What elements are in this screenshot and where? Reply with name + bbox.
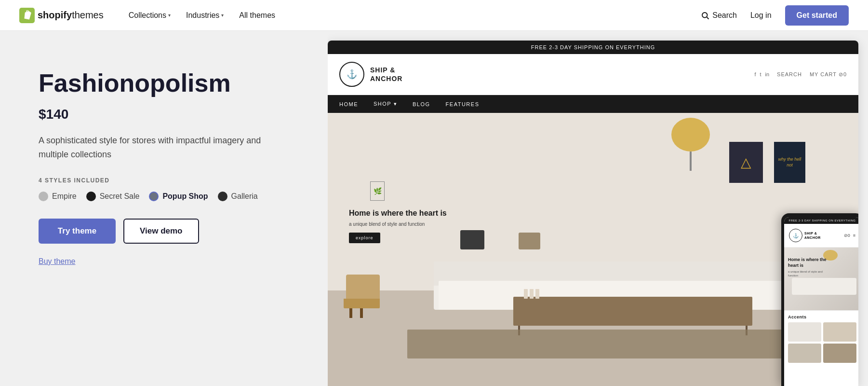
view-demo-button[interactable]: View demo xyxy=(123,219,199,244)
left-panel: Fashionopolism $140 A sophisticated styl… xyxy=(0,31,328,386)
preview-announcement-bar: FREE 2-3 DAY SHIPPING ON EVERYTHING xyxy=(328,41,858,54)
style-dot-galleria xyxy=(218,192,227,201)
style-label-secret-sale: Secret Sale xyxy=(100,192,140,201)
navbar-right: Search Log in Get started xyxy=(701,5,849,26)
chevron-down-icon: ▾ xyxy=(221,13,224,18)
mobile-accents-section: Accents xyxy=(784,310,858,367)
mobile-logo-area: ⚓ SHIP & ANCHOR xyxy=(789,229,821,242)
preview-social-icons: f t in xyxy=(754,71,769,77)
btn-group: Try theme View demo xyxy=(39,219,299,244)
pillow-2 xyxy=(519,233,540,249)
shopify-logo-icon xyxy=(19,8,35,23)
svg-point-1 xyxy=(702,13,708,18)
lamp xyxy=(671,118,710,171)
buy-theme-link[interactable]: Buy theme xyxy=(39,257,299,266)
lamp-body xyxy=(690,152,692,171)
mobile-grid-item-4 xyxy=(823,344,856,363)
style-option-galleria[interactable]: Galleria xyxy=(218,192,258,201)
mobile-hero-title: Home is where the heart is xyxy=(788,257,831,268)
logo-text: shopifythemes xyxy=(38,10,104,21)
preview-explore-button: explore xyxy=(349,233,380,243)
preview-hero: why the hell not 🌿 xyxy=(328,113,858,386)
mobile-cart-icon: ⊘0 xyxy=(844,233,850,238)
style-option-empire[interactable]: Empire xyxy=(39,192,77,201)
mobile-hero: Home is where the heart is a unique blen… xyxy=(784,248,858,310)
preview-hero-title: Home is where the heart is xyxy=(349,208,447,219)
industries-nav-link[interactable]: Industries ▾ xyxy=(180,7,229,24)
chair-leg-right xyxy=(360,308,363,318)
style-label-popup-shop: Popup Shop xyxy=(162,192,208,201)
mobile-accents-title: Accents xyxy=(788,315,856,319)
pillow-1 xyxy=(460,230,484,249)
navbar-links: Collections ▾ Industries ▾ All themes xyxy=(123,7,701,24)
room-scene: why the hell not 🌿 xyxy=(328,113,858,386)
svg-line-2 xyxy=(707,17,709,19)
chair xyxy=(344,275,382,318)
preview-header-right: f t in SEARCH MY CART ⊘0 xyxy=(754,71,847,78)
theme-description: A sophisticated style for stores with im… xyxy=(39,134,289,162)
facebook-icon: f xyxy=(754,71,756,77)
wall-decor: 🌿 xyxy=(370,181,385,201)
mobile-grid-item-2 xyxy=(823,322,856,342)
style-label-galleria: Galleria xyxy=(231,192,258,201)
preview-brand-name: SHIP & ANCHOR xyxy=(370,66,402,83)
styles-label: 4 STYLES INCLUDED xyxy=(39,177,299,184)
preview-cart-text: MY CART ⊘0 xyxy=(810,71,847,78)
mobile-brand-name: SHIP & ANCHOR xyxy=(804,231,821,240)
mobile-logo-circle: ⚓ xyxy=(789,229,802,242)
logo[interactable]: shopifythemes xyxy=(19,8,104,23)
coffee-table xyxy=(513,297,752,326)
style-options: Empire Secret Sale Popup Shop Galleria xyxy=(39,192,299,201)
login-button[interactable]: Log in xyxy=(745,7,777,24)
mobile-screen: FREE 2-3 DAY SHIPPING ON EVERYTHING ⚓ SH… xyxy=(784,217,858,386)
preview-logo-circle: ⚓ xyxy=(339,62,364,87)
preview-logo-area: ⚓ SHIP & ANCHOR xyxy=(339,62,402,87)
chair-seat xyxy=(344,299,380,308)
lamp-shade xyxy=(671,118,710,152)
search-button[interactable]: Search xyxy=(701,11,737,20)
preview-nav-blog: BLOG xyxy=(413,101,430,107)
style-option-popup-shop[interactable]: Popup Shop xyxy=(149,192,208,201)
candles xyxy=(524,289,539,299)
theme-title: Fashionopolism xyxy=(39,69,299,97)
mobile-grid-item-1 xyxy=(788,322,821,342)
mobile-sofa xyxy=(792,278,856,295)
mobile-header: ⚓ SHIP & ANCHOR ⊘0 ≡ xyxy=(784,224,858,248)
theme-price: $140 xyxy=(39,107,299,122)
mobile-announcement-bar: FREE 2-3 DAY SHIPPING ON EVERYTHING xyxy=(784,217,858,224)
chevron-down-icon: ▾ xyxy=(168,13,171,18)
candle-1 xyxy=(524,289,528,299)
preview-hero-subtitle: a unique blend of style and function xyxy=(349,221,447,227)
mobile-preview: FREE 2-3 DAY SHIPPING ON EVERYTHING ⚓ SH… xyxy=(781,213,858,386)
mobile-menu-icon: ≡ xyxy=(853,233,855,238)
candle-3 xyxy=(535,289,539,299)
browser-preview: FREE 2-3 DAY SHIPPING ON EVERYTHING ⚓ SH… xyxy=(328,41,858,386)
mobile-hero-subtitle: a unique blend of style and function xyxy=(788,270,827,278)
mobile-hero-text: Home is where the heart is a unique blen… xyxy=(788,257,831,278)
style-dot-secret-sale xyxy=(86,192,96,201)
navbar: shopifythemes Collections ▾ Industries ▾… xyxy=(0,0,868,31)
preview-header: ⚓ SHIP & ANCHOR f t in SEARCH MY CART ⊘0 xyxy=(328,54,858,95)
mobile-product-grid xyxy=(788,322,856,363)
instagram-icon: in xyxy=(765,71,770,77)
preview-hero-text: Home is where the heart is a unique blen… xyxy=(349,208,447,243)
chair-leg-left xyxy=(349,308,352,318)
right-panel: FREE 2-3 DAY SHIPPING ON EVERYTHING ⚓ SH… xyxy=(328,31,868,386)
preview-nav-features: FEATURES xyxy=(446,101,480,107)
art-piece-1 xyxy=(729,142,763,183)
preview-search-text: SEARCH xyxy=(777,71,802,77)
art-piece-2: why the hell not xyxy=(774,142,805,183)
mobile-grid-item-3 xyxy=(788,344,821,363)
all-themes-nav-link[interactable]: All themes xyxy=(233,7,281,24)
preview-store-nav: HOME SHOP ▾ BLOG FEATURES xyxy=(328,95,858,113)
collections-nav-link[interactable]: Collections ▾ xyxy=(123,7,176,24)
main-content: Fashionopolism $140 A sophisticated styl… xyxy=(0,31,868,386)
style-label-empire: Empire xyxy=(52,192,77,201)
style-dot-empire xyxy=(39,192,48,201)
preview-nav-home: HOME xyxy=(339,101,358,107)
try-theme-button[interactable]: Try theme xyxy=(39,219,116,244)
mobile-header-icons: ⊘0 ≡ xyxy=(844,233,855,238)
style-option-secret-sale[interactable]: Secret Sale xyxy=(86,192,140,201)
get-started-button[interactable]: Get started xyxy=(785,5,849,26)
chair-back xyxy=(346,275,380,299)
